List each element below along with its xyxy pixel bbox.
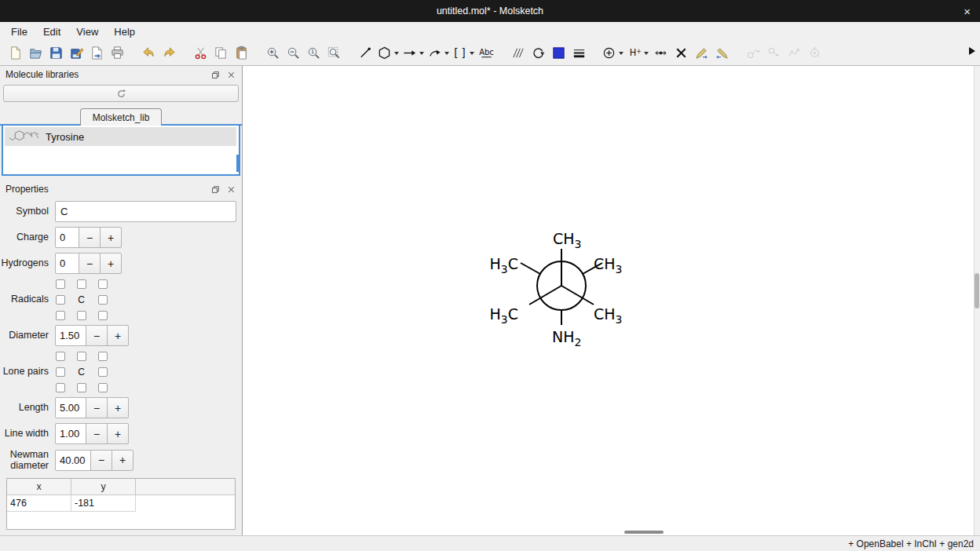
- newman-diameter-decrement-button[interactable]: −: [90, 450, 112, 471]
- dropdown-caret-icon[interactable]: [419, 52, 424, 55]
- text-button[interactable]: [476, 43, 496, 64]
- hydrogen-button[interactable]: [625, 43, 650, 64]
- radical-checkbox[interactable]: [98, 295, 108, 305]
- tab-molsketch-lib[interactable]: Molsketch_lib: [80, 108, 163, 126]
- zoom-in-button[interactable]: [262, 43, 283, 64]
- window-close-button[interactable]: ×: [964, 0, 971, 22]
- copy-button[interactable]: [210, 43, 231, 64]
- paste-button[interactable]: [231, 43, 251, 64]
- menu-help[interactable]: Help: [106, 24, 143, 40]
- atom-label-upper-left[interactable]: H3C: [490, 255, 519, 276]
- library-list[interactable]: Tyrosine: [2, 126, 240, 176]
- lone-pair-checkbox[interactable]: [77, 352, 86, 361]
- draw-button[interactable]: [355, 43, 375, 64]
- radical-checkbox[interactable]: [56, 295, 65, 305]
- delete-button[interactable]: [671, 43, 691, 64]
- rotate-button[interactable]: [528, 43, 548, 64]
- undo-button[interactable]: [138, 43, 159, 64]
- print-button[interactable]: [107, 43, 127, 64]
- hydrogens-increment-button[interactable]: +: [100, 253, 122, 274]
- dropdown-caret-icon[interactable]: [394, 52, 399, 55]
- diameter-decrement-button[interactable]: −: [86, 325, 108, 346]
- draw-arrow-right-button[interactable]: [691, 43, 711, 64]
- export-button[interactable]: [86, 43, 107, 64]
- length-increment-button[interactable]: +: [107, 397, 129, 418]
- reaction-arrow-button[interactable]: [400, 43, 426, 64]
- open-button[interactable]: [25, 43, 46, 64]
- hatch-button[interactable]: [507, 43, 528, 64]
- horizontal-scrollbar-thumb[interactable]: [624, 531, 664, 534]
- cut-button[interactable]: [190, 43, 210, 64]
- length-input[interactable]: [55, 397, 86, 418]
- radical-checkbox[interactable]: [77, 311, 86, 320]
- bond-align-button[interactable]: [650, 43, 671, 64]
- dropdown-caret-icon[interactable]: [470, 52, 474, 55]
- charge-button[interactable]: [600, 43, 625, 64]
- atom-label-lower-left[interactable]: H3C: [490, 305, 519, 326]
- coord-col-header[interactable]: x: [7, 479, 71, 494]
- ring-button[interactable]: [375, 43, 400, 64]
- charge-decrement-button[interactable]: −: [79, 227, 101, 248]
- library-refresh-button[interactable]: [3, 85, 239, 102]
- toolbar-extension-button[interactable]: [969, 47, 975, 55]
- atom-label-top[interactable]: CH3: [553, 230, 581, 250]
- atom-label-upper-right[interactable]: CH3: [594, 255, 622, 276]
- zoom-out-button[interactable]: [283, 43, 303, 64]
- charge-input[interactable]: [55, 227, 79, 248]
- titlebar[interactable]: untitled.mol* - Molsketch ×: [0, 0, 980, 22]
- back-bond-upper-left[interactable]: [521, 263, 540, 274]
- newman-diameter-increment-button[interactable]: +: [112, 450, 133, 471]
- bracket-button[interactable]: [451, 43, 476, 64]
- draw-arrow-left-button[interactable]: [711, 43, 732, 64]
- color-button[interactable]: [548, 43, 569, 64]
- line-width-button[interactable]: [569, 43, 589, 64]
- dropdown-caret-icon[interactable]: [619, 52, 623, 55]
- new-button[interactable]: [5, 43, 25, 64]
- coord-cell[interactable]: 476: [7, 495, 71, 512]
- lone-pair-checkbox[interactable]: [98, 367, 108, 377]
- radical-checkbox[interactable]: [56, 279, 65, 289]
- dock-float-icon[interactable]: [210, 184, 221, 195]
- charge-increment-button[interactable]: +: [100, 227, 122, 248]
- diameter-increment-button[interactable]: +: [107, 325, 129, 346]
- menu-file[interactable]: File: [3, 24, 35, 40]
- lone-pair-checkbox[interactable]: [56, 352, 65, 361]
- dock-close-icon[interactable]: [226, 184, 236, 195]
- dock-float-icon[interactable]: [210, 70, 221, 80]
- hydrogens-input[interactable]: [55, 253, 79, 274]
- hydrogens-decrement-button[interactable]: −: [79, 253, 101, 274]
- vertical-scrollbar[interactable]: [974, 66, 980, 535]
- lone-pair-checkbox[interactable]: [98, 352, 108, 361]
- length-decrement-button[interactable]: −: [86, 397, 108, 418]
- lone-pair-checkbox[interactable]: [56, 383, 65, 392]
- front-bond-lower-left[interactable]: [529, 286, 561, 305]
- library-item[interactable]: Tyrosine: [5, 127, 236, 146]
- radical-checkbox[interactable]: [98, 279, 108, 289]
- zoom-fit-button[interactable]: [324, 43, 344, 64]
- mechanism-arrow-button[interactable]: [426, 43, 451, 64]
- symbol-input[interactable]: [55, 201, 236, 222]
- save-as-button[interactable]: [66, 43, 86, 64]
- diameter-input[interactable]: [55, 325, 86, 346]
- dock-close-icon[interactable]: [226, 70, 236, 80]
- atom-label-bottom[interactable]: NH2: [552, 328, 581, 348]
- front-bond-lower-right[interactable]: [561, 286, 594, 305]
- dropdown-caret-icon[interactable]: [644, 52, 649, 55]
- coord-cell[interactable]: -181: [71, 495, 136, 512]
- coord-col-header[interactable]: y: [71, 479, 136, 494]
- radical-checkbox[interactable]: [56, 311, 65, 320]
- coordinates-table[interactable]: xy 476-181: [6, 478, 236, 530]
- redo-button[interactable]: [159, 43, 179, 64]
- newman-projection-drawing[interactable]: CH3 H3C CH3 H3C CH3 NH2: [243, 66, 980, 535]
- lone-pair-checkbox[interactable]: [56, 367, 65, 377]
- lone-pair-checkbox[interactable]: [98, 383, 108, 392]
- menu-edit[interactable]: Edit: [35, 24, 68, 40]
- zoom-original-button[interactable]: [303, 43, 324, 64]
- atom-label-lower-right[interactable]: CH3: [594, 305, 622, 326]
- lone-pair-checkbox[interactable]: [77, 383, 86, 392]
- menu-view[interactable]: View: [68, 24, 106, 40]
- line-width-decrement-button[interactable]: −: [86, 423, 108, 444]
- vertical-scrollbar-thumb[interactable]: [975, 273, 979, 308]
- drawing-canvas[interactable]: CH3 H3C CH3 H3C CH3 NH2: [243, 66, 980, 535]
- line-width-input[interactable]: [55, 423, 86, 444]
